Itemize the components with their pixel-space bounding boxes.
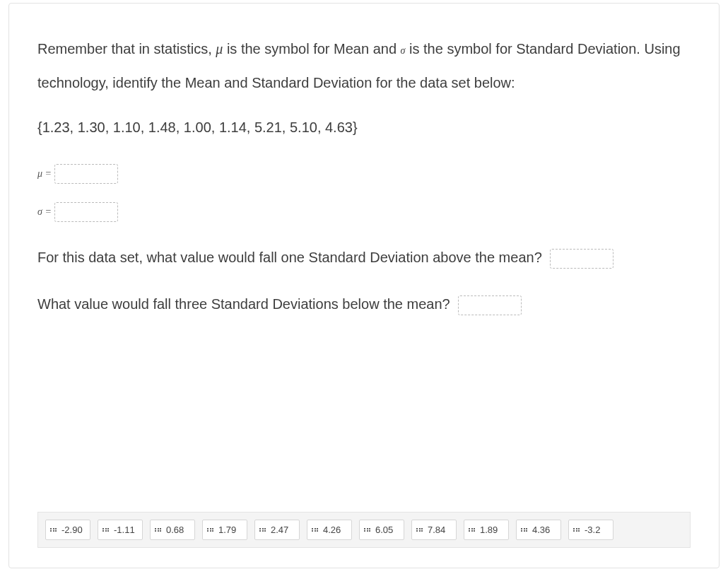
sigma-drop-slot[interactable] bbox=[54, 202, 118, 222]
question-card: Remember that in statistics, μ is the sy… bbox=[8, 3, 720, 568]
one-sd-above-drop-slot[interactable] bbox=[550, 249, 613, 269]
mu-equation-row: μ = bbox=[37, 164, 691, 184]
prompt-text: Remember that in statistics, μ is the sy… bbox=[37, 32, 691, 100]
answer-tile[interactable]: 0.68 bbox=[150, 520, 195, 540]
mu-symbol: μ bbox=[216, 41, 223, 57]
tile-value: 2.47 bbox=[271, 525, 288, 535]
answer-bank: -2.90 -1.11 0.68 1.79 2.47 4.26 6.05 7. bbox=[37, 512, 691, 548]
tile-value: -2.90 bbox=[61, 525, 83, 535]
answer-tile[interactable]: 7.84 bbox=[411, 520, 457, 540]
drag-grip-icon bbox=[207, 528, 213, 532]
sigma-equals-label: σ = bbox=[37, 206, 52, 218]
answer-tile[interactable]: -2.90 bbox=[45, 520, 90, 540]
sigma-equation-row: σ = bbox=[37, 202, 691, 222]
mu-drop-slot[interactable] bbox=[54, 164, 118, 184]
drag-grip-icon bbox=[364, 528, 370, 532]
answer-tile[interactable]: 2.47 bbox=[254, 520, 300, 540]
answer-tile[interactable]: 1.89 bbox=[464, 520, 509, 540]
q1-text: For this data set, what value would fall… bbox=[37, 250, 542, 265]
answer-tile[interactable]: 6.05 bbox=[359, 520, 404, 540]
drag-grip-icon bbox=[573, 528, 580, 532]
q2-text: What value would fall three Standard Dev… bbox=[37, 296, 450, 312]
prompt-part2: is the symbol for Mean and bbox=[223, 41, 400, 57]
drag-grip-icon bbox=[469, 528, 475, 532]
tile-value: -3.2 bbox=[585, 525, 600, 535]
tile-value: 0.68 bbox=[166, 525, 184, 535]
tile-value: 1.79 bbox=[218, 525, 236, 535]
question-three-sd-below: What value would fall three Standard Dev… bbox=[37, 287, 691, 321]
three-sd-below-drop-slot[interactable] bbox=[458, 295, 522, 315]
mu-equals-label: μ = bbox=[37, 168, 52, 180]
drag-grip-icon bbox=[312, 528, 318, 532]
tile-value: 6.05 bbox=[375, 525, 393, 535]
drag-grip-icon bbox=[416, 528, 423, 532]
answer-tile[interactable]: 4.36 bbox=[516, 520, 561, 540]
tile-value: 7.84 bbox=[428, 525, 445, 535]
answer-tile[interactable]: -1.11 bbox=[98, 520, 143, 540]
answer-tile[interactable]: 1.79 bbox=[202, 520, 247, 540]
question-one-sd-above: For this data set, what value would fall… bbox=[37, 240, 691, 274]
answer-tile[interactable]: 4.26 bbox=[307, 520, 352, 540]
drag-grip-icon bbox=[102, 528, 109, 532]
sigma-symbol: σ bbox=[401, 45, 406, 56]
tile-value: 4.26 bbox=[323, 525, 341, 535]
tile-value: -1.11 bbox=[114, 525, 135, 535]
drag-grip-icon bbox=[259, 528, 266, 532]
drag-grip-icon bbox=[521, 528, 527, 532]
drag-grip-icon bbox=[50, 528, 57, 532]
tile-value: 1.89 bbox=[480, 525, 498, 535]
prompt-part1: Remember that in statistics, bbox=[37, 41, 216, 57]
data-set: {1.23, 1.30, 1.10, 1.48, 1.00, 1.14, 5.2… bbox=[37, 119, 691, 136]
drag-grip-icon bbox=[155, 528, 161, 532]
tile-value: 4.36 bbox=[532, 525, 550, 535]
answer-tile[interactable]: -3.2 bbox=[568, 520, 613, 540]
